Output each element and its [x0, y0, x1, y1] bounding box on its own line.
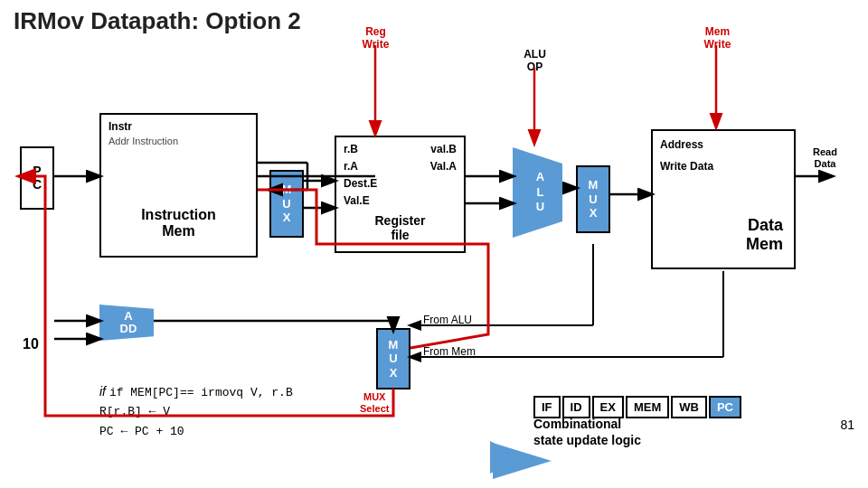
regfile-block: r.B val.B r.A Val.A Dest.E Val.E Registe…	[335, 136, 466, 253]
address-label: Address	[660, 138, 787, 151]
page-title: IRMov Datapath: Option 2	[14, 7, 301, 35]
ra-port: r.A	[344, 160, 358, 173]
read-data-label: Read Data	[800, 146, 850, 170]
mux-select-label: M U X	[389, 338, 399, 380]
code-line2: R[r.B] ← V	[99, 402, 293, 421]
rb-port: r.B	[344, 143, 358, 155]
mux-select-block: M U X	[376, 328, 410, 389]
code-line3: PC ← PC + 10	[99, 422, 293, 441]
vale-port: Val.E	[344, 194, 370, 207]
code-line1-if: if	[99, 384, 109, 399]
code-line1-main: if MEM[PC]== irmovq V, r.B	[109, 386, 293, 399]
add-label: A DD	[117, 310, 137, 336]
blue-arrow	[490, 441, 522, 474]
alu-op-label: ALU OP	[510, 48, 560, 74]
combinational-label: Combinational state update logic	[533, 416, 641, 448]
bottom-code: if if MEM[PC]== irmovq V, r.B R[r.B] ← V…	[99, 381, 293, 441]
mux-ba-block: M U X	[269, 170, 304, 238]
valb-port: val.B	[430, 143, 457, 155]
mux-alu-label: M U X	[589, 178, 599, 221]
mux-select-text: MUX Select	[360, 391, 389, 415]
deste-port: Dest.E	[344, 177, 377, 190]
from-alu-label: From ALU	[423, 314, 472, 326]
instr-mem-title-line1: Instruction	[101, 207, 256, 223]
regfile-title: Registerfile	[374, 213, 425, 242]
instr-addr-label: Addr Instruction	[108, 136, 249, 146]
mux-ba-label: M U X	[282, 183, 292, 225]
reg-write-label: Reg Write	[351, 25, 401, 52]
datamem-title: Data Mem	[746, 216, 783, 254]
instr-mem-block: Instr Addr Instruction Instruction Mem	[99, 113, 258, 258]
pc-block: P C	[20, 146, 54, 210]
from-mem-label: From Mem	[423, 345, 476, 358]
mem-write-label: Mem Write	[693, 25, 742, 52]
mux-alu-block: M U X	[576, 165, 610, 233]
ten-label: 10	[23, 336, 39, 352]
write-data-label: Write Data	[660, 160, 787, 173]
page-number: 81	[840, 418, 854, 432]
instr-label: Instr	[108, 120, 249, 133]
vala-port: Val.A	[430, 160, 457, 173]
alu-block: A L U	[513, 147, 562, 238]
stage-wb: WB	[671, 396, 707, 418]
instr-mem-title-line2: Mem	[101, 223, 256, 239]
pc-label: P C	[33, 164, 42, 192]
stage-pc: PC	[709, 396, 741, 418]
add-block: A DD	[99, 305, 154, 341]
alu-label: A L U	[531, 170, 544, 216]
datamem-block: Address Write Data Data Mem	[651, 129, 796, 269]
